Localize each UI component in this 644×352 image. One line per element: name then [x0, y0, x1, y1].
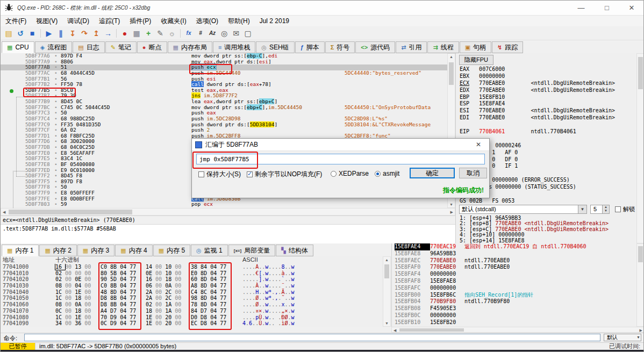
- nop-fill-checkbox[interactable]: 剩余字节以NOP填充(F): [247, 170, 322, 179]
- tab-memory-map[interactable]: ▦内存布局: [168, 41, 212, 53]
- dump-row[interactable]: 7704106008 00 0A 00 D8 8B 04 77 02 00 1A…: [1, 301, 383, 308]
- tab-graph[interactable]: ◈流程图: [35, 41, 72, 53]
- register-line[interactable]: ESI 770EABE0 <ntdll.DbgUiRemoteBreakin>: [456, 107, 636, 114]
- tab-cpu[interactable]: ▦CPU: [2, 41, 34, 53]
- menu-item-0[interactable]: 文件(F): [1, 16, 31, 27]
- stack-row[interactable]: 15E8FAF400000000: [392, 271, 636, 278]
- register-line[interactable]: ESP 15E8FAE4: [456, 100, 636, 107]
- tab-dump-1[interactable]: ▦内存 1: [2, 245, 39, 256]
- stack-row[interactable]: 15E8FAFC00000000: [392, 285, 636, 292]
- assemble-icon[interactable]: fx: [183, 27, 195, 39]
- close-button[interactable]: ✕: [620, 1, 643, 16]
- stack-row[interactable]: 15E8FB0015E8FB6C指向SEH_Record[1]的指针: [392, 292, 636, 299]
- unlock-checkbox[interactable]: 解锁: [615, 205, 635, 213]
- stack-row[interactable]: 15E8FAE896A59BB3: [392, 250, 636, 257]
- stack-row[interactable]: 15E8FAE4770EAC19返回到 ntdll.770EAC19 自 ntd…: [392, 243, 636, 250]
- tab-notes[interactable]: ✎笔记: [105, 41, 137, 53]
- hide-fpu-button[interactable]: 隐藏FPU: [459, 55, 493, 65]
- memory-dump-view[interactable]: 7704100016 00 13 00 C0 8B 04 77 14 00 10…: [1, 264, 383, 327]
- step-into-icon[interactable]: ↧: [67, 27, 78, 39]
- tab-struct[interactable]: ▚结构体: [276, 245, 313, 256]
- minimize-button[interactable]: —: [569, 1, 593, 16]
- menu-item-8[interactable]: Jul 2 2019: [255, 16, 294, 26]
- open-file-icon[interactable]: ▤: [3, 27, 15, 39]
- tab-script[interactable]: ƒ脚本: [295, 41, 325, 53]
- dump-row[interactable]: 770410700C 00 18 00 A4 D7 04 77 18 00 1A…: [1, 308, 383, 314]
- stack-view[interactable]: 15E8FAE4770EAC19返回到 ntdll.770EAC19 自 ntd…: [391, 243, 636, 327]
- register-line[interactable]: EDI 770EABE0 <ntdll.DbgUiRemoteBreakin>: [456, 114, 636, 121]
- register-line[interactable]: [456, 121, 636, 128]
- hash-icon[interactable]: #: [195, 27, 206, 39]
- cancel-button[interactable]: 取消: [459, 168, 487, 178]
- tab-dump-5[interactable]: ▦内存 5: [153, 245, 190, 256]
- run-to-cursor-icon[interactable]: →: [102, 27, 114, 39]
- maximize-button[interactable]: □: [595, 1, 619, 16]
- tab-log[interactable]: ▤日志: [73, 41, 104, 53]
- disasm-horizontal-scrollbar[interactable]: ◀ ▶: [1, 208, 455, 215]
- memory-map-icon[interactable]: ▦: [131, 27, 142, 39]
- dump-row[interactable]: 770410401C 00 1E 00 48 8D 04 77 2A 00 2C…: [1, 289, 383, 296]
- dump-scrollbar[interactable]: ▲ ▼: [383, 256, 391, 327]
- registers-scrollbar[interactable]: [636, 53, 644, 243]
- register-line[interactable]: EIP 770B4061 ntdll.770B4061: [456, 128, 636, 135]
- patch-icon[interactable]: +: [142, 27, 154, 39]
- stack-row[interactable]: 15E8FB04770B9F80ntdll.770B9F80: [392, 298, 636, 305]
- tab-symbols[interactable]: Σ符号: [325, 41, 355, 53]
- step-over-icon[interactable]: ↷: [78, 27, 90, 39]
- stack-row[interactable]: 15E8FAF815E8FAE8: [392, 278, 636, 285]
- disasm-row[interactable]: 5D8F77A9•8B06mov eax,dword ptr ds:[esi]: [1, 59, 447, 65]
- find-icon[interactable]: ◎: [218, 27, 230, 39]
- calling-convention-select[interactable]: 默认 (stdcall)▼: [459, 205, 587, 214]
- dump-row[interactable]: 770410501C 00 18 00 D8 8B 04 77 2A 00 2C…: [1, 295, 383, 301]
- stack-horizontal-scrollbar[interactable]: ◀ ▶: [391, 327, 644, 333]
- tab-breakpoints[interactable]: ●断点: [137, 41, 167, 53]
- menu-item-1[interactable]: 视图(V): [31, 16, 62, 27]
- register-line[interactable]: EBX 00000000: [456, 73, 636, 80]
- command-input[interactable]: [24, 334, 600, 341]
- run-icon[interactable]: ▶: [43, 27, 55, 39]
- register-line[interactable]: EBP 15E8FB10: [456, 94, 636, 101]
- stack-row[interactable]: 15E8FAF0770EABE0ntdll.770EABE0: [392, 264, 636, 271]
- dump-row[interactable]: 7704100016 00 13 00 C0 8B 04 77 14 00 10…: [1, 264, 383, 270]
- disasm-row[interactable]: 5D8F77BC•C745 0C 5044C45Dmov dword ptr s…: [1, 105, 447, 111]
- mail-icon[interactable]: ✉: [230, 27, 242, 39]
- stack-row[interactable]: 15E8FAEC770EABE0ntdll.770EABE0: [392, 257, 636, 264]
- menu-item-5[interactable]: 收藏夹(I): [156, 16, 191, 27]
- stack-vertical-scrollbar[interactable]: [636, 243, 644, 327]
- dump-row[interactable]: 7704103008 00 04 00 C0 8B 04 77 06 00 0A…: [1, 283, 383, 289]
- dialog-close-icon[interactable]: ✕: [471, 141, 486, 148]
- breakpoint-icon[interactable]: ●: [119, 27, 131, 39]
- menu-item-7[interactable]: 帮助(H): [223, 16, 255, 27]
- keep-size-checkbox[interactable]: 保持大小(S): [198, 170, 241, 179]
- tab-watch-1[interactable]: ◎监视 1: [191, 245, 228, 256]
- tab-dump-3[interactable]: ▦内存 3: [77, 245, 115, 256]
- tab-seh[interactable]: ◎SEH链: [256, 41, 294, 53]
- tab-references[interactable]: ⇄引用: [396, 41, 427, 53]
- register-line[interactable]: ECX 770EABE0 <ntdll.DbgUiRemoteBreakin>: [456, 80, 636, 87]
- register-line[interactable]: GS 002B FS 0053: [456, 198, 636, 205]
- dump-row[interactable]: 770410801C 00 1E 00 70 D9 04 77 1E 00 20…: [1, 314, 383, 321]
- tab-locals[interactable]: [x=]局部变量: [228, 245, 275, 256]
- menu-item-3[interactable]: 追踪(T): [94, 16, 125, 27]
- dump-row[interactable]: 7704101002 00 00 00 80 5B 04 77 0E 00 10…: [1, 270, 383, 277]
- tab-source[interactable]: <>源代码: [355, 41, 395, 53]
- stack-row[interactable]: 15E8FB0C00000000: [392, 312, 636, 319]
- breakpoint-dot[interactable]: [10, 89, 13, 93]
- register-line[interactable]: EDX 770EABE0 <ntdll.DbgUiRemoteBreakin>: [456, 87, 636, 94]
- dump-row[interactable]: 7704102002 00 0E 00 90 5D 04 77 16 00 18…: [1, 276, 383, 283]
- snapshot-icon[interactable]: ▢: [242, 27, 254, 39]
- xedparse-radio[interactable]: XEDParse: [331, 170, 369, 177]
- pause-icon[interactable]: ∥: [55, 27, 67, 39]
- stack-row[interactable]: 15E8FB08F45905E3: [392, 305, 636, 312]
- register-line[interactable]: EAX 007C6000: [456, 66, 636, 73]
- menu-item-4[interactable]: 插件(P): [125, 16, 156, 27]
- dialog-title-bar[interactable]: 汇编于 5D8F77AB ✕: [192, 139, 489, 151]
- settings-icon[interactable]: ☼: [166, 27, 178, 39]
- tab-trace[interactable]: ↯跟踪: [492, 41, 523, 53]
- tab-dump-2[interactable]: ▦内存 2: [39, 245, 76, 256]
- dump-row[interactable]: 7704109034 00 36 00 0C D9 04 77 1E 00 20…: [1, 320, 383, 327]
- disasm-row[interactable]: 5D8F7803•59pop ecx: [1, 202, 447, 207]
- command-profile-select[interactable]: 默认▼: [604, 334, 641, 341]
- font-icon[interactable]: Az: [206, 27, 218, 39]
- tab-dump-4[interactable]: ▦内存 4: [115, 245, 152, 256]
